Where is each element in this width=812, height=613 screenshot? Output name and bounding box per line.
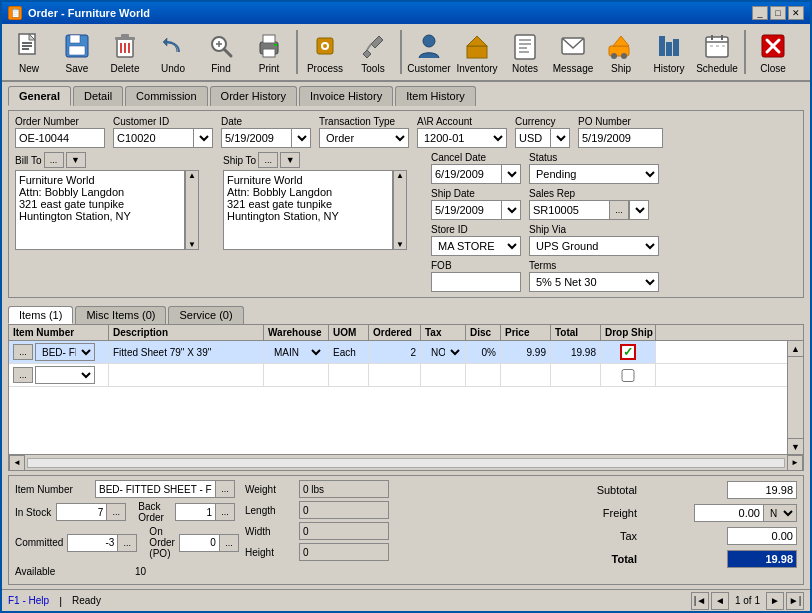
cell-new-disc[interactable] <box>466 364 501 386</box>
cell-new-desc[interactable] <box>109 364 264 386</box>
ship-via-select[interactable]: UPS Ground <box>529 236 659 256</box>
sales-rep-dropdown[interactable] <box>629 200 649 220</box>
cell-new-item[interactable]: ... <box>9 364 109 386</box>
new-button[interactable]: New <box>6 27 52 77</box>
tax-select[interactable]: NON <box>425 343 463 361</box>
scroll-down-btn[interactable]: ▼ <box>788 438 803 454</box>
customer-id-dropdown[interactable] <box>193 128 213 148</box>
find-button[interactable]: Find <box>198 27 244 77</box>
tab-invoice-history[interactable]: Invoice History <box>299 86 393 106</box>
cell-total[interactable]: 19.98 <box>551 341 601 363</box>
cell-new-total[interactable] <box>551 364 601 386</box>
bill-to-expand-btn[interactable]: ▼ <box>66 152 86 168</box>
bottom-in-stock-browse-btn[interactable]: ... <box>106 503 126 521</box>
cell-item-number[interactable]: ... BED- FITTED SHEE <box>9 341 109 363</box>
bottom-committed-input[interactable] <box>67 534 117 552</box>
grid-scrollable[interactable]: ... BED- FITTED SHEE Fitted Sheet 79" X … <box>9 341 787 454</box>
bottom-on-order-browse-btn[interactable]: ... <box>219 534 239 552</box>
close-button[interactable]: ✕ <box>788 6 804 20</box>
ship-to-scrollbar[interactable]: ▲ ▼ <box>393 170 407 250</box>
bottom-width-input[interactable] <box>299 522 389 540</box>
tab-detail[interactable]: Detail <box>73 86 123 106</box>
delete-button[interactable]: Delete <box>102 27 148 77</box>
inventory-button[interactable]: Inventory <box>454 27 500 77</box>
close-toolbar-button[interactable]: Close <box>750 27 796 77</box>
table-row[interactable]: ... BED- FITTED SHEE Fitted Sheet 79" X … <box>9 341 787 364</box>
date-input[interactable] <box>221 128 291 148</box>
tab-misc-items[interactable]: Misc Items (0) <box>75 306 166 324</box>
po-number-input[interactable] <box>578 128 663 148</box>
tab-order-history[interactable]: Order History <box>210 86 297 106</box>
ship-button[interactable]: Ship <box>598 27 644 77</box>
bottom-in-stock-input[interactable] <box>56 503 106 521</box>
cell-uom[interactable]: Each <box>329 341 369 363</box>
history-button[interactable]: History <box>646 27 692 77</box>
cell-new-warehouse[interactable] <box>264 364 329 386</box>
store-id-select[interactable]: MA STORE <box>431 236 521 256</box>
currency-dropdown[interactable] <box>550 128 570 148</box>
new-item-select[interactable] <box>35 366 95 384</box>
cell-disc[interactable]: 0% <box>466 341 501 363</box>
ship-to-scroll-down[interactable]: ▼ <box>394 240 406 249</box>
cell-new-dropship[interactable] <box>601 364 656 386</box>
customer-id-input[interactable] <box>113 128 193 148</box>
tab-general[interactable]: General <box>8 86 71 106</box>
bottom-weight-input[interactable] <box>299 480 389 498</box>
order-number-input[interactable] <box>15 128 105 148</box>
scroll-right-btn[interactable]: ► <box>787 455 803 471</box>
process-button[interactable]: Process <box>302 27 348 77</box>
prev-page-btn[interactable]: ◄ <box>711 592 729 610</box>
cell-new-uom[interactable] <box>329 364 369 386</box>
status-select[interactable]: Pending <box>529 164 659 184</box>
bottom-on-order-input[interactable] <box>179 534 219 552</box>
currency-input[interactable] <box>515 128 550 148</box>
first-page-btn[interactable]: |◄ <box>691 592 709 610</box>
bottom-back-order-browse-btn[interactable]: ... <box>215 503 235 521</box>
cell-tax[interactable]: NON <box>421 341 466 363</box>
next-page-btn[interactable]: ► <box>766 592 784 610</box>
grid-scrollbar-h[interactable]: ◄ ► <box>9 454 803 470</box>
tab-items[interactable]: Items (1) <box>8 306 73 324</box>
item-number-select[interactable]: BED- FITTED SHEE <box>35 343 95 361</box>
transaction-type-select[interactable]: Order <box>319 128 409 148</box>
bottom-item-browse-btn[interactable]: ... <box>215 480 235 498</box>
dropship-checkbox[interactable]: ✓ <box>620 344 636 360</box>
table-row-new[interactable]: ... <box>9 364 787 387</box>
new-dropship-checkbox[interactable] <box>605 369 651 382</box>
bottom-height-input[interactable] <box>299 543 389 561</box>
sales-rep-browse-btn[interactable]: ... <box>609 200 629 220</box>
message-button[interactable]: Message <box>550 27 596 77</box>
ship-date-input[interactable] <box>431 200 501 220</box>
tab-item-history[interactable]: Item History <box>395 86 476 106</box>
cell-dropship[interactable]: ✓ <box>601 341 656 363</box>
cell-description[interactable]: Fitted Sheet 79" X 39" <box>109 341 264 363</box>
scroll-left-btn[interactable]: ◄ <box>9 455 25 471</box>
cell-price[interactable]: 9.99 <box>501 341 551 363</box>
sales-rep-input[interactable] <box>529 200 609 220</box>
minimize-button[interactable]: _ <box>752 6 768 20</box>
scroll-up-btn[interactable]: ▲ <box>788 341 803 357</box>
customer-button[interactable]: Customer <box>406 27 452 77</box>
save-button[interactable]: Save <box>54 27 100 77</box>
bill-to-scroll-down[interactable]: ▼ <box>186 240 198 249</box>
cell-new-price[interactable] <box>501 364 551 386</box>
cell-new-ordered[interactable] <box>369 364 421 386</box>
bottom-length-input[interactable] <box>299 501 389 519</box>
bottom-item-number-input[interactable] <box>95 480 215 498</box>
print-button[interactable]: Print <box>246 27 292 77</box>
ship-to-browse-btn[interactable]: ... <box>258 152 278 168</box>
schedule-button[interactable]: Schedule <box>694 27 740 77</box>
ship-to-scroll-up[interactable]: ▲ <box>394 171 406 180</box>
cell-new-tax[interactable] <box>421 364 466 386</box>
cancel-date-input[interactable] <box>431 164 501 184</box>
date-dropdown[interactable] <box>291 128 311 148</box>
cell-warehouse[interactable]: MAIN <box>264 341 329 363</box>
item-browse-btn[interactable]: ... <box>13 344 33 360</box>
terms-select[interactable]: 5% 5 Net 30 <box>529 272 659 292</box>
restore-button[interactable]: □ <box>770 6 786 20</box>
ar-account-select[interactable]: 1200-01 <box>417 128 507 148</box>
cell-ordered[interactable]: 2 <box>369 341 421 363</box>
warehouse-select[interactable]: MAIN <box>268 343 324 361</box>
ship-to-expand-btn[interactable]: ▼ <box>280 152 300 168</box>
bill-to-browse-btn[interactable]: ... <box>44 152 64 168</box>
